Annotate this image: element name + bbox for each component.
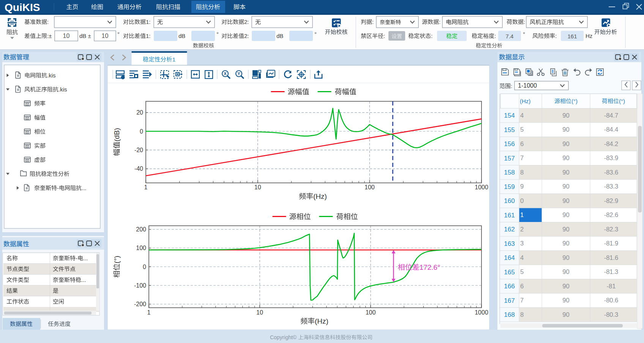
svg-text:.kis: .kis: [58, 86, 67, 93]
svg-text:200: 200: [136, 226, 146, 233]
svg-text:90: 90: [562, 126, 569, 133]
svg-text:-82.3: -82.3: [604, 226, 619, 233]
svg-text:-81.3: -81.3: [604, 268, 619, 275]
svg-text:161: 161: [504, 212, 515, 219]
svg-text:10: 10: [256, 309, 263, 316]
svg-text:90: 90: [562, 211, 569, 218]
svg-text:8: 8: [520, 311, 524, 318]
svg-text:8: 8: [520, 169, 524, 176]
svg-text:(°): (°): [619, 98, 625, 104]
svg-text:2:: 2:: [244, 19, 249, 25]
svg-text:0: 0: [143, 264, 146, 270]
svg-text:5: 5: [520, 126, 524, 133]
svg-text:-82.9: -82.9: [604, 197, 619, 204]
svg-text:4: 4: [520, 112, 524, 119]
svg-text:4: 4: [520, 254, 524, 261]
svg-text:(Hz): (Hz): [313, 192, 327, 200]
svg-text:-83.9: -83.9: [604, 154, 619, 161]
svg-text:154: 154: [504, 112, 515, 119]
svg-text:0: 0: [520, 197, 524, 204]
svg-text:x: x: [27, 159, 28, 162]
svg-text:-84.7: -84.7: [604, 112, 619, 119]
svg-text:0: 0: [140, 128, 143, 135]
svg-text:172.6°: 172.6°: [419, 263, 440, 271]
svg-text:...: ...: [82, 185, 87, 191]
svg-text:(Hz): (Hz): [520, 98, 530, 104]
svg-text:100: 100: [366, 309, 376, 316]
svg-text:10: 10: [254, 184, 261, 190]
svg-text:-83.6: -83.6: [604, 169, 619, 176]
svg-text:167: 167: [504, 297, 515, 304]
svg-text:161: 161: [567, 33, 577, 39]
svg-text:°: °: [523, 31, 525, 37]
svg-text:159: 159: [504, 183, 515, 190]
svg-text:20: 20: [136, 109, 143, 116]
svg-text:-84.4: -84.4: [604, 126, 619, 133]
svg-text::: :: [555, 33, 557, 39]
svg-text:...: ...: [81, 277, 86, 283]
svg-text:90: 90: [562, 254, 569, 261]
svg-text:x: x: [27, 145, 28, 148]
svg-text:1-1000: 1-1000: [518, 82, 537, 89]
svg-text:x: x: [27, 131, 28, 134]
svg-text:90: 90: [562, 297, 569, 304]
svg-text:90: 90: [562, 283, 569, 290]
svg-text:-80.3: -80.3: [604, 311, 619, 318]
svg-text::: :: [524, 19, 525, 25]
svg-text:.kis: .kis: [47, 72, 56, 79]
svg-text:163: 163: [504, 240, 515, 247]
svg-text:(dB): (dB): [113, 128, 121, 142]
svg-text:10: 10: [102, 33, 109, 39]
svg-text:(°): (°): [571, 98, 578, 104]
svg-text:90: 90: [562, 154, 569, 161]
svg-text:°: °: [216, 31, 219, 37]
svg-text::±: :±: [47, 33, 52, 39]
svg-text:dB: dB: [276, 33, 283, 39]
svg-text:-80.6: -80.6: [604, 297, 619, 304]
svg-text:-200: -200: [134, 301, 146, 307]
svg-text:7.4: 7.4: [506, 33, 514, 39]
svg-text:°: °: [117, 31, 120, 37]
svg-text:1: 1: [144, 184, 148, 190]
svg-text:10: 10: [63, 33, 70, 39]
svg-text:Y: Y: [237, 71, 240, 76]
svg-text:2:: 2:: [244, 33, 249, 39]
svg-text:166: 166: [504, 283, 515, 290]
svg-text:90: 90: [562, 183, 569, 190]
svg-text:QuiKIS: QuiKIS: [5, 2, 40, 13]
svg-text:168: 168: [504, 311, 515, 318]
svg-text:-: -: [76, 255, 77, 261]
svg-text:-20: -20: [134, 147, 143, 153]
svg-text:1:: 1:: [146, 33, 151, 39]
svg-text::: :: [47, 19, 49, 25]
svg-text:-100: -100: [134, 282, 146, 289]
svg-text:157: 157: [504, 155, 515, 162]
svg-text:1: 1: [147, 309, 151, 316]
svg-text:1000: 1000: [475, 184, 488, 190]
svg-text:-82.6: -82.6: [604, 211, 619, 218]
svg-text:1: 1: [520, 211, 524, 218]
svg-text:3: 3: [520, 240, 524, 247]
svg-text::: :: [431, 33, 432, 39]
svg-text:-83.3: -83.3: [604, 183, 619, 190]
svg-text:6: 6: [520, 283, 524, 290]
svg-text:158: 158: [504, 169, 515, 176]
svg-text:155: 155: [504, 126, 515, 134]
svg-text:156: 156: [504, 140, 515, 148]
svg-text:Hz: Hz: [586, 33, 592, 39]
svg-text:1:: 1:: [146, 19, 151, 25]
svg-text:90: 90: [562, 140, 569, 147]
svg-text::: :: [384, 33, 385, 39]
svg-text:(Hz): (Hz): [315, 317, 328, 325]
svg-text:90: 90: [562, 169, 569, 176]
svg-text:°: °: [314, 31, 317, 37]
svg-text:90: 90: [562, 268, 569, 275]
svg-text:-81: -81: [607, 283, 616, 290]
svg-text:x: x: [27, 117, 28, 120]
svg-text:Copyright©: Copyright©: [270, 334, 297, 340]
svg-text:100: 100: [136, 245, 146, 251]
svg-text:dB ±: dB ±: [79, 33, 91, 39]
svg-text:X: X: [224, 71, 227, 76]
svg-text:-40: -40: [134, 165, 143, 172]
svg-text:1: 1: [172, 56, 175, 63]
